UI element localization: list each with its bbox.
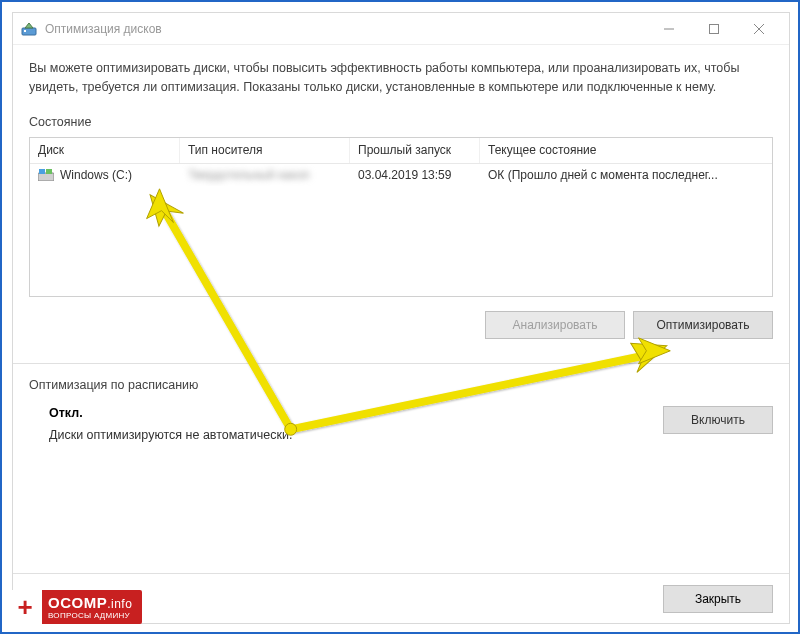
outer-frame: Оптимизация дисков Вы можете оптимизиров… xyxy=(0,0,800,634)
plus-icon: + xyxy=(8,590,42,624)
table-row[interactable]: Windows (C:) Твердотельный накоп 03.04.2… xyxy=(30,164,772,186)
titlebar: Оптимизация дисков xyxy=(13,13,789,45)
maximize-button[interactable] xyxy=(691,14,736,44)
svg-rect-1 xyxy=(24,30,26,32)
header-current-status[interactable]: Текущее состояние xyxy=(480,138,772,163)
cell-disk: Windows (C:) xyxy=(30,164,180,186)
window-controls xyxy=(646,14,781,44)
description-text: Вы можете оптимизировать диски, чтобы по… xyxy=(29,59,773,97)
app-icon xyxy=(21,21,37,37)
content-area: Вы можете оптимизировать диски, чтобы по… xyxy=(13,45,789,442)
optimize-button[interactable]: Оптимизировать xyxy=(633,311,773,339)
svg-rect-8 xyxy=(46,169,52,174)
minimize-button[interactable] xyxy=(646,14,691,44)
close-dialog-button[interactable]: Закрыть xyxy=(663,585,773,613)
disk-name: Windows (C:) xyxy=(60,168,132,182)
optimize-drives-window: Оптимизация дисков Вы можете оптимизиров… xyxy=(12,12,790,624)
schedule-status: Откл. xyxy=(49,406,663,420)
schedule-description: Диски оптимизируются не автоматически. xyxy=(49,428,663,442)
svg-rect-3 xyxy=(709,24,718,33)
status-label: Состояние xyxy=(29,115,773,129)
schedule-text: Откл. Диски оптимизируются не автоматиче… xyxy=(29,406,663,442)
window-title: Оптимизация дисков xyxy=(45,22,646,36)
cell-media-type: Твердотельный накоп xyxy=(180,164,350,186)
svg-rect-7 xyxy=(39,169,45,174)
cell-status: ОК (Прошло дней с момента последнег... xyxy=(480,164,772,186)
watermark-tagline: ВОПРОСЫ АДМИНУ xyxy=(48,612,132,620)
drive-icon xyxy=(38,169,54,181)
header-media-type[interactable]: Тип носителя xyxy=(180,138,350,163)
analyze-button: Анализировать xyxy=(485,311,625,339)
watermark-brand: OCOMP.info xyxy=(48,595,132,610)
watermark-badge: + OCOMP.info ВОПРОСЫ АДМИНУ xyxy=(8,590,142,624)
drives-table[interactable]: Диск Тип носителя Прошлый запуск Текущее… xyxy=(29,137,773,297)
schedule-section: Оптимизация по расписанию Откл. Диски оп… xyxy=(29,364,773,442)
schedule-section-label: Оптимизация по расписанию xyxy=(29,378,773,392)
header-last-run[interactable]: Прошлый запуск xyxy=(350,138,480,163)
table-header: Диск Тип носителя Прошлый запуск Текущее… xyxy=(30,138,772,164)
close-button[interactable] xyxy=(736,14,781,44)
svg-rect-6 xyxy=(38,173,54,181)
cell-last-run: 03.04.2019 13:59 xyxy=(350,164,480,186)
enable-schedule-button[interactable]: Включить xyxy=(663,406,773,434)
header-disk[interactable]: Диск xyxy=(30,138,180,163)
action-buttons: Анализировать Оптимизировать xyxy=(29,311,773,339)
